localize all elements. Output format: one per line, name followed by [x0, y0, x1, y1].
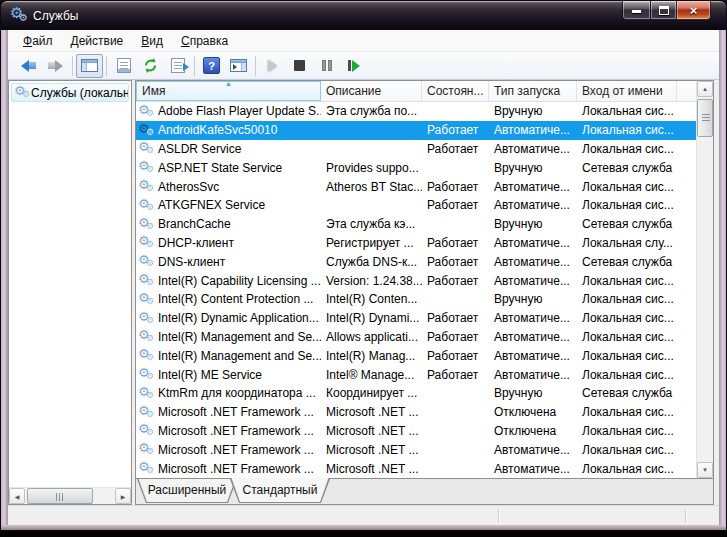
service-status-cell: Работает — [422, 123, 489, 137]
start-service-button[interactable] — [259, 54, 286, 78]
minimize-button[interactable] — [622, 1, 651, 20]
column-header-status[interactable]: Состоян... — [422, 81, 489, 101]
service-gear-icon: ⚙⚙ — [138, 311, 155, 326]
export-list-button[interactable] — [164, 54, 191, 78]
tab-extended[interactable]: Расширенный — [137, 479, 237, 503]
service-startup-type-cell: Автоматиче... — [489, 330, 577, 344]
service-logon-cell: Локальная сис... — [577, 424, 677, 438]
titlebar[interactable]: ⚙⚙ Службы × — [0, 0, 727, 30]
service-gear-icon: ⚙⚙ — [138, 273, 155, 288]
service-status-cell: Работает — [422, 368, 489, 382]
menu-help[interactable]: Справка — [172, 31, 237, 51]
service-row[interactable]: ⚙⚙ Adobe Flash Player Update S... Эта сл… — [136, 102, 696, 121]
scroll-thumb[interactable] — [27, 488, 93, 504]
service-status-cell: Работает — [422, 236, 489, 250]
close-button[interactable]: × — [676, 1, 711, 20]
maximize-button[interactable] — [650, 1, 677, 20]
service-gear-icon: ⚙⚙ — [138, 235, 155, 250]
column-header-filler — [677, 81, 696, 101]
service-row[interactable]: ⚙⚙ ASP.NET State Service Provides suppo.… — [136, 158, 696, 177]
service-logon-cell: Локальная сис... — [577, 104, 677, 118]
toolbar-separator — [106, 56, 107, 76]
column-header-startup-type[interactable]: Тип запуска — [489, 81, 577, 101]
column-header-description[interactable]: Описание — [321, 81, 422, 101]
service-description-cell: Intel(R) Dynami... — [321, 311, 422, 325]
service-logon-cell: Локальная сис... — [577, 123, 677, 137]
menu-action[interactable]: Действие — [62, 31, 133, 51]
stop-service-button[interactable] — [286, 54, 313, 78]
show-console-tree-button[interactable] — [76, 54, 103, 78]
refresh-button[interactable] — [137, 54, 164, 78]
service-row[interactable]: ⚙⚙ ATKGFNEX Service Работает Автоматиче.… — [136, 196, 696, 215]
service-row[interactable]: ⚙⚙ DNS-клиент Служба DNS-к... Работает А… — [136, 252, 696, 271]
properties-button[interactable] — [110, 54, 137, 78]
service-gear-icon: ⚙⚙ — [138, 329, 155, 344]
services-window: ⚙⚙ Службы × Файл Действие Вид Справка — [0, 0, 727, 531]
service-status-cell: Работает — [422, 311, 489, 325]
toolbar-separator — [72, 56, 73, 76]
menu-file[interactable]: Файл — [14, 31, 62, 51]
service-logon-cell: Локальная сис... — [577, 330, 677, 344]
service-logon-cell: Локальная сис... — [577, 198, 677, 212]
service-startup-type-cell: Автоматиче... — [489, 255, 577, 269]
restart-service-button[interactable] — [340, 54, 367, 78]
list-header: ▲ Имя Описание Состоян... Тип запуска Вх… — [136, 81, 696, 102]
service-status-cell: Работает — [422, 142, 489, 156]
service-startup-type-cell: Вручную — [489, 104, 577, 118]
scroll-up-button[interactable]: ▲ — [697, 81, 713, 97]
service-row[interactable]: ⚙⚙ Intel(R) Capability Licensing ... Ver… — [136, 271, 696, 290]
service-row[interactable]: ⚙⚙ BranchCache Эта служба кэ... Вручную … — [136, 215, 696, 234]
service-row[interactable]: ⚙⚙ ASLDR Service Работает Автоматиче... … — [136, 140, 696, 159]
tab-standard[interactable]: Стандартный — [230, 479, 330, 503]
service-gear-icon: ⚙⚙ — [138, 217, 155, 232]
scroll-down-button[interactable]: ▼ — [697, 462, 713, 478]
scroll-thumb[interactable] — [697, 99, 713, 137]
service-description-cell: Microsoft .NET ... — [321, 443, 422, 457]
service-startup-type-cell: Автоматиче... — [489, 142, 577, 156]
window-border-left — [0, 30, 8, 531]
service-logon-cell: Сетевая служба — [577, 386, 677, 400]
service-row[interactable]: ⚙⚙ Intel(R) Management and Se... Intel(R… — [136, 346, 696, 365]
list-vertical-scrollbar[interactable]: ▲ ▼ — [696, 81, 713, 478]
help-button[interactable]: ? — [198, 54, 225, 78]
start-icon — [268, 60, 277, 72]
column-header-name[interactable]: ▲ Имя — [136, 81, 321, 101]
service-description-cell: Координирует ... — [321, 386, 422, 400]
service-row[interactable]: ⚙⚙ AndroidKafeSvc50010 Работает Автомати… — [136, 121, 696, 140]
service-row[interactable]: ⚙⚙ KtmRm для координатора ... Координиру… — [136, 384, 696, 403]
service-row[interactable]: ⚙⚙ Microsoft .NET Framework ... Microsof… — [136, 440, 696, 459]
service-row[interactable]: ⚙⚙ Intel(R) Content Protection ... Intel… — [136, 290, 696, 309]
service-gear-icon: ⚙⚙ — [138, 348, 155, 363]
service-status-cell: Работает — [422, 274, 489, 288]
scroll-left-button[interactable]: ◀ — [9, 488, 25, 504]
view-tabbar: Расширенный Стандартный — [136, 478, 713, 504]
client-area: Файл Действие Вид Справка — [8, 30, 719, 525]
tree-item-services-local[interactable]: ⚙⚙ Службы (локальные) — [11, 83, 129, 102]
service-row[interactable]: ⚙⚙ DHCP-клиент Регистрирует ... Работает… — [136, 234, 696, 253]
service-name-cell: ⚙⚙ Microsoft .NET Framework ... — [136, 461, 321, 476]
service-startup-type-cell: Отключена — [489, 405, 577, 419]
service-gear-icon: ⚙⚙ — [138, 123, 155, 138]
service-logon-cell: Локальная сис... — [577, 443, 677, 457]
service-row[interactable]: ⚙⚙ Intel(R) ME Service Intel® Manage... … — [136, 365, 696, 384]
menu-view[interactable]: Вид — [132, 31, 172, 51]
back-button[interactable] — [15, 54, 42, 78]
pause-service-button[interactable] — [313, 54, 340, 78]
service-row[interactable]: ⚙⚙ Microsoft .NET Framework ... Microsof… — [136, 403, 696, 422]
show-action-pane-button[interactable] — [225, 54, 252, 78]
service-row[interactable]: ⚙⚙ Intel(R) Management and Se... Allows … — [136, 328, 696, 347]
service-name-cell: ⚙⚙ DHCP-клиент — [136, 235, 321, 250]
service-startup-type-cell: Вручную — [489, 217, 577, 231]
forward-button[interactable] — [42, 54, 69, 78]
service-description-cell: Intel(R) Manag... — [321, 349, 422, 363]
service-row[interactable]: ⚙⚙ Microsoft .NET Framework ... Microsof… — [136, 459, 696, 478]
service-row[interactable]: ⚙⚙ Microsoft .NET Framework ... Microsof… — [136, 422, 696, 441]
column-header-logon-as[interactable]: Вход от имени — [577, 81, 677, 101]
menubar: Файл Действие Вид Справка — [8, 30, 719, 52]
tree-horizontal-scrollbar[interactable]: ◀ ▶ — [9, 487, 131, 504]
service-logon-cell: Локальная сис... — [577, 462, 677, 476]
service-logon-cell: Сетевая служба — [577, 217, 677, 231]
service-row[interactable]: ⚙⚙ AtherosSvc Atheros BT Stac... Работае… — [136, 177, 696, 196]
service-row[interactable]: ⚙⚙ Intel(R) Dynamic Application... Intel… — [136, 309, 696, 328]
scroll-right-button[interactable]: ▶ — [115, 488, 131, 504]
